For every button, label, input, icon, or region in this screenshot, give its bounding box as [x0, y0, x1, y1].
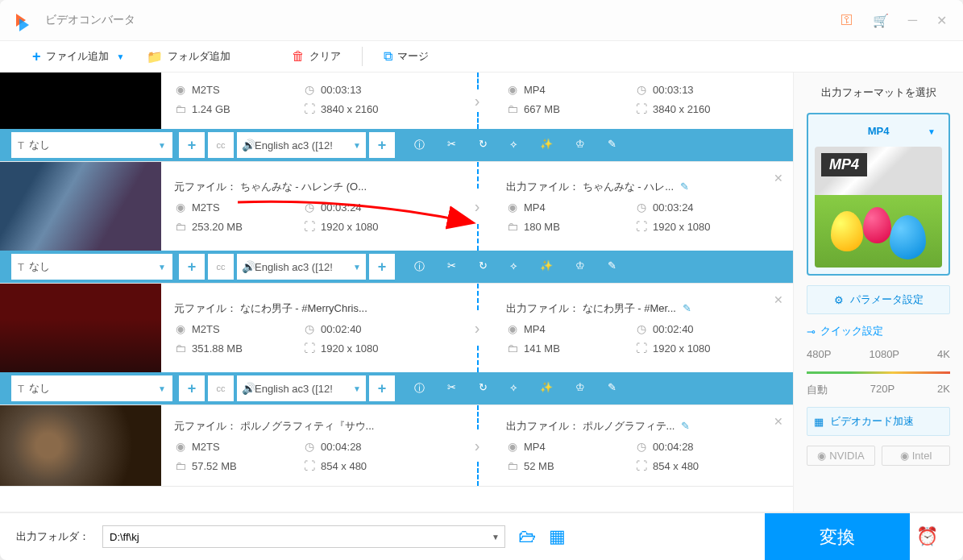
dimensions-icon: ⛶ — [303, 102, 316, 115]
rotate-icon[interactable]: ↻ — [479, 381, 488, 396]
parameter-settings-button[interactable]: ⚙パラメータ設定 — [807, 285, 950, 314]
remove-item-icon[interactable]: ✕ — [774, 293, 783, 306]
chip-icon: ▦ — [814, 416, 824, 428]
watermark-icon[interactable]: ♔ — [575, 259, 585, 274]
folder-icon: 🗀 — [174, 220, 187, 233]
license-key-icon[interactable]: ⚿ — [841, 13, 853, 28]
close-icon[interactable]: ✕ — [936, 13, 947, 28]
open-folder-icon[interactable]: 🗁 — [518, 526, 536, 547]
edit-icon[interactable]: ✎ — [608, 381, 616, 396]
sidebar: 出力フォーマットを選択 MP4▼ MP4 ⚙パラメータ設定 ⊸クイック設定 48… — [794, 73, 963, 512]
watermark-icon[interactable]: ♔ — [575, 138, 585, 152]
output-format-selector[interactable]: MP4▼ MP4 — [807, 113, 950, 276]
disc-icon: ◉ — [506, 201, 519, 214]
app-title: ビデオコンバータ — [45, 13, 135, 27]
info-icon[interactable]: ⓘ — [414, 138, 425, 152]
watermark-icon[interactable]: ♔ — [575, 381, 585, 396]
disc-icon: ◉ — [174, 322, 187, 335]
add-file-button[interactable]: + ファイル追加 ▼ — [24, 45, 132, 68]
subtitle-select[interactable]: Tなし▼ — [11, 254, 172, 280]
chevron-down-icon: ▼ — [928, 127, 936, 136]
info-icon[interactable]: ⓘ — [414, 259, 425, 274]
effects-icon[interactable]: ✨ — [540, 381, 553, 396]
chevron-down-icon: ▼ — [353, 384, 361, 393]
cc-button[interactable]: cc — [208, 254, 234, 280]
convert-button[interactable]: 変換 — [765, 513, 910, 560]
folder-icon: 🗀 — [506, 459, 519, 472]
output-folder-label: 出力フォルダ： — [16, 529, 89, 544]
audio-track-select[interactable]: 🔊English ac3 ([12!▼ — [237, 132, 366, 158]
schedule-icon[interactable]: ⏰ — [907, 526, 947, 547]
shopping-cart-icon[interactable]: 🛒 — [873, 13, 889, 28]
disc-icon: ◉ — [506, 322, 519, 335]
minimize-icon[interactable]: ─ — [908, 13, 917, 28]
add-audio-button[interactable]: + — [369, 254, 395, 280]
list-item[interactable]: 元ファイル： ちゃんみな - ハレンチ (O... ◉M2TS ◷00:03:2… — [0, 162, 793, 284]
clear-button[interactable]: 🗑 クリア — [284, 46, 349, 67]
resolution-slider[interactable] — [807, 363, 950, 380]
cc-button[interactable]: cc — [208, 375, 234, 401]
effects-icon[interactable]: ✨ — [540, 138, 553, 152]
video-thumbnail[interactable] — [0, 405, 161, 486]
subtitle-select[interactable]: Tなし▼ — [11, 375, 172, 401]
audio-track-select[interactable]: 🔊English ac3 ([12!▼ — [237, 375, 366, 401]
chevron-down-icon: ▼ — [158, 263, 166, 272]
disc-icon: ◉ — [174, 440, 187, 453]
source-filename: 元ファイル： ポルノグラフィティ『サウ... — [174, 419, 400, 433]
item-toolbar: Tなし▼ + cc 🔊English ac3 ([12!▼ + ⓘ ✂ ↻ ⟡ … — [0, 251, 793, 283]
browse-output-icon[interactable]: ▦ — [549, 526, 566, 547]
edit-filename-icon[interactable]: ✎ — [680, 180, 689, 193]
output-folder-input[interactable]: D:\ff\kj▼ — [102, 525, 505, 548]
chevron-right-icon: › — [475, 197, 480, 216]
rotate-icon[interactable]: ↻ — [479, 138, 488, 152]
cc-button[interactable]: cc — [208, 132, 234, 158]
nvidia-badge: ◉NVIDIA — [807, 446, 875, 466]
plus-icon: + — [32, 48, 41, 65]
add-subtitle-button[interactable]: + — [179, 375, 205, 401]
add-audio-button[interactable]: + — [369, 375, 395, 401]
list-item[interactable]: ◉M2TS ◷00:03:13 🗀1.24 GB ⛶3840 x 2160 › … — [0, 73, 793, 162]
edit-filename-icon[interactable]: ✎ — [681, 420, 690, 432]
remove-item-icon[interactable]: ✕ — [774, 415, 783, 428]
clock-icon: ◷ — [303, 83, 316, 96]
merge-button[interactable]: ⧉ マージ — [376, 46, 437, 67]
add-folder-button[interactable]: 📁 フォルダ追加 — [139, 46, 239, 68]
source-filename: 元ファイル： ちゃんみな - ハレンチ (O... — [174, 180, 400, 194]
file-list: ◉M2TS ◷00:03:13 🗀1.24 GB ⛶3840 x 2160 › … — [0, 73, 794, 512]
remove-item-icon[interactable]: ✕ — [774, 172, 783, 185]
add-subtitle-button[interactable]: + — [179, 132, 205, 158]
cut-icon[interactable]: ✂ — [447, 138, 456, 152]
info-icon[interactable]: ⓘ — [414, 381, 425, 396]
list-item[interactable]: 元ファイル： ポルノグラフィティ『サウ... ◉M2TS◷00:04:28 🗀5… — [0, 405, 793, 487]
subtitle-select[interactable]: Tなし▼ — [11, 132, 172, 158]
effects-icon[interactable]: ✨ — [540, 259, 553, 274]
edit-filename-icon[interactable]: ✎ — [683, 302, 691, 314]
list-item[interactable]: 元ファイル： なにわ男子 - #MerryChris... ◉M2TS◷00:0… — [0, 284, 793, 405]
output-info: ✕ 出力ファイル： ちゃんみな - ハレ...✎ ◉MP4 ◷00:03:24 … — [493, 162, 793, 251]
edit-icon[interactable]: ✎ — [608, 259, 616, 274]
disc-icon: ◉ — [174, 201, 187, 214]
text-icon: T — [18, 261, 24, 273]
clock-icon: ◷ — [303, 201, 316, 214]
video-thumbnail[interactable] — [0, 73, 161, 129]
app-logo-icon — [16, 10, 35, 30]
add-audio-button[interactable]: + — [369, 132, 395, 158]
rotate-icon[interactable]: ↻ — [479, 259, 488, 274]
nvidia-icon: ◉ — [817, 450, 826, 462]
quick-settings-label: ⊸クイック設定 — [807, 324, 950, 338]
hardware-accel-button[interactable]: ▦ビデオカード加速 — [807, 407, 950, 436]
cut-icon[interactable]: ✂ — [447, 259, 456, 274]
crop-icon[interactable]: ⟡ — [510, 381, 517, 396]
video-thumbnail[interactable] — [0, 284, 161, 372]
dimensions-icon: ⛶ — [635, 459, 648, 472]
video-thumbnail[interactable] — [0, 162, 161, 251]
add-subtitle-button[interactable]: + — [179, 254, 205, 280]
folder-plus-icon: 📁 — [147, 49, 163, 64]
output-info: ◉MP4 ◷00:03:13 🗀667 MB ⛶3840 x 2160 — [493, 73, 793, 129]
edit-icon[interactable]: ✎ — [608, 138, 616, 152]
settings-icon: ⚙ — [834, 294, 844, 306]
cut-icon[interactable]: ✂ — [447, 381, 456, 396]
crop-icon[interactable]: ⟡ — [510, 138, 517, 152]
audio-track-select[interactable]: 🔊English ac3 ([12!▼ — [237, 254, 366, 280]
crop-icon[interactable]: ⟡ — [510, 259, 517, 274]
